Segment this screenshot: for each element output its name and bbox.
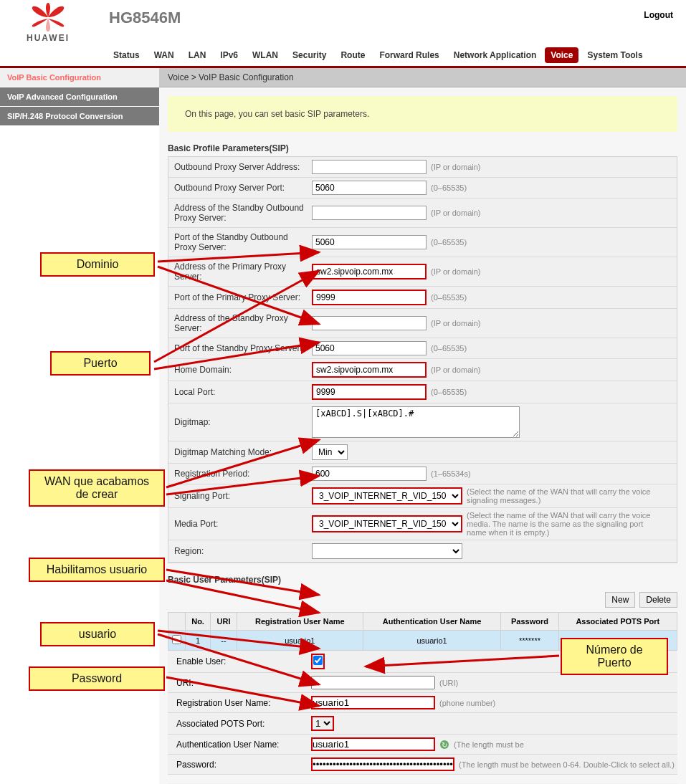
primary-port-label: Port of the Primary Proxy Server: [168, 288, 312, 307]
hint: (IP or domain) [431, 209, 481, 217]
enable-user-label: Enable User: [168, 652, 311, 671]
annot-wan: WAN que acabamos de crear [29, 469, 165, 507]
auth-user-input[interactable] [311, 737, 435, 751]
profile-section-title: Basic Profile Parameters(SIP) [159, 140, 686, 156]
primary-port-input[interactable] [312, 290, 427, 305]
hint: (0–65535) [431, 344, 467, 353]
annot-dominio: Dominio [40, 252, 155, 277]
local-port-label: Local Port: [168, 383, 312, 401]
nav-item-tools[interactable]: System Tools [581, 47, 648, 63]
brand-text: HUAWEI [9, 33, 87, 43]
nav-item-wlan[interactable]: WLAN [247, 47, 284, 63]
digitmap-mode-select[interactable]: Min [312, 444, 348, 460]
standby-proxy-addr-input[interactable] [312, 316, 427, 330]
col-pwd: Password [501, 613, 558, 631]
hint: (Select the name of the WAN that will ca… [467, 511, 653, 537]
outbound-port-label: Outbound Proxy Server Port: [168, 178, 312, 197]
nav-item-netapp[interactable]: Network Application [448, 47, 543, 63]
signaling-port-select[interactable]: 3_VOIP_INTERNET_R_VID_1503 [312, 487, 462, 505]
annot-usuario: usuario [40, 622, 155, 646]
hint: (IP or domain) [431, 163, 481, 171]
sidebar-item-protocol[interactable]: SIP/H.248 Protocol Conversion [0, 107, 159, 125]
new-button[interactable]: New [605, 592, 635, 608]
col-uri: URI [211, 613, 237, 631]
brand-logo: HUAWEI [9, 3, 87, 43]
digitmap-input[interactable]: [xABCD].S|[xABCD].# [312, 406, 520, 438]
nav-item-ipv6[interactable]: IPv6 [214, 47, 244, 63]
enable-user-checkbox[interactable] [313, 656, 323, 665]
signaling-port-label: Signaling Port: [168, 487, 312, 505]
col-auth: Authentication User Name [363, 613, 501, 631]
standby-proxy-addr-label: Address of the Standby Proxy Server: [168, 309, 312, 338]
pots-select[interactable]: 1 [311, 716, 334, 731]
region-label: Region: [168, 542, 312, 560]
hint: (0–65535) [431, 238, 467, 247]
region-select[interactable] [312, 543, 462, 559]
uri-input[interactable] [311, 676, 435, 689]
col-reg: Registration User Name [237, 613, 363, 631]
nav-item-wan[interactable]: WAN [148, 47, 180, 63]
outbound-port-input[interactable] [312, 181, 427, 195]
nav-item-security[interactable]: Security [287, 47, 332, 63]
logout-link[interactable]: Logout [644, 10, 673, 20]
home-domain-input[interactable] [312, 362, 427, 378]
standby-proxy-port-label: Port of the Standby Proxy Server: [168, 339, 312, 358]
standby-outbound-port-label: Port of the Standby Outbound Proxy Serve… [168, 228, 312, 257]
user-section-title: Basic User Parameters(SIP) [159, 572, 686, 588]
nav-item-status[interactable]: Status [108, 47, 146, 63]
pots-label: Associated POTS Port: [168, 714, 311, 733]
cell-auth: usuario1 [363, 631, 501, 651]
password-input[interactable] [311, 757, 454, 771]
local-port-input[interactable] [312, 384, 427, 400]
annot-password: Password [29, 666, 165, 691]
svg-text:↻: ↻ [442, 741, 447, 749]
cell-uri: -- [211, 631, 237, 651]
standby-proxy-port-input[interactable] [312, 341, 427, 355]
reg-user-input[interactable] [311, 696, 435, 709]
hint: (The length must be [454, 740, 524, 749]
col-no: No. [186, 613, 211, 631]
nav-item-lan[interactable]: LAN [183, 47, 212, 63]
nav-item-voice[interactable]: Voice [545, 47, 578, 63]
hint: (phone number) [439, 699, 495, 707]
page-info: On this page, you can set basic SIP para… [168, 96, 677, 132]
primary-addr-label: Address of the Primary Proxy Server: [168, 257, 312, 286]
col-check [168, 613, 186, 631]
hint: (0–65535) [431, 293, 467, 302]
delete-button[interactable]: Delete [639, 592, 677, 608]
hint: (Select the name of the WAN that will ca… [467, 487, 653, 505]
digitmap-mode-label: Digitmap Matching Mode: [168, 443, 312, 462]
hint: (IP or domain) [431, 319, 481, 328]
outbound-addr-input[interactable] [312, 160, 427, 174]
home-domain-label: Home Domain: [168, 360, 312, 379]
hint: (URI) [439, 679, 458, 687]
outbound-addr-label: Outbound Proxy Server Address: [168, 158, 312, 176]
cell-no: 1 [186, 631, 211, 651]
main-nav: Status WAN LAN IPv6 WLAN Security Route … [0, 43, 686, 68]
standby-outbound-port-input[interactable] [312, 235, 427, 249]
nav-item-forward[interactable]: Forward Rules [373, 47, 444, 63]
hint: (IP or domain) [431, 365, 481, 374]
hint: (1–65534s) [431, 469, 471, 478]
reg-period-input[interactable] [312, 467, 427, 481]
hint: (0–65535) [431, 388, 467, 396]
model-title: HG8546M [109, 9, 181, 27]
digitmap-label: Digitmap: [168, 413, 312, 431]
col-pots: Associated POTS Port [558, 613, 677, 631]
cell-pwd: ******* [501, 631, 558, 651]
sidebar-item-basic[interactable]: VoIP Basic Configuration [0, 68, 159, 87]
uri-label: URI: [168, 674, 311, 692]
password-label: Password: [168, 755, 311, 774]
standby-outbound-addr-label: Address of the Standby Outbound Proxy Se… [168, 199, 312, 227]
row-checkbox[interactable] [172, 635, 181, 644]
media-port-select[interactable]: 3_VOIP_INTERNET_R_VID_1503 [312, 515, 462, 532]
annot-puerto: Puerto [50, 351, 151, 376]
reg-period-label: Registration Period: [168, 464, 312, 483]
standby-outbound-addr-input[interactable] [312, 206, 427, 220]
breadcrumb: Voice > VoIP Basic Configuration [159, 68, 686, 87]
primary-addr-input[interactable] [312, 264, 427, 279]
nav-item-route[interactable]: Route [335, 47, 371, 63]
reg-user-label: Registration User Name: [168, 694, 311, 712]
sidebar-item-advanced[interactable]: VoIP Advanced Configuration [0, 87, 159, 106]
annot-num-puerto: Número de Puerto [561, 638, 668, 675]
